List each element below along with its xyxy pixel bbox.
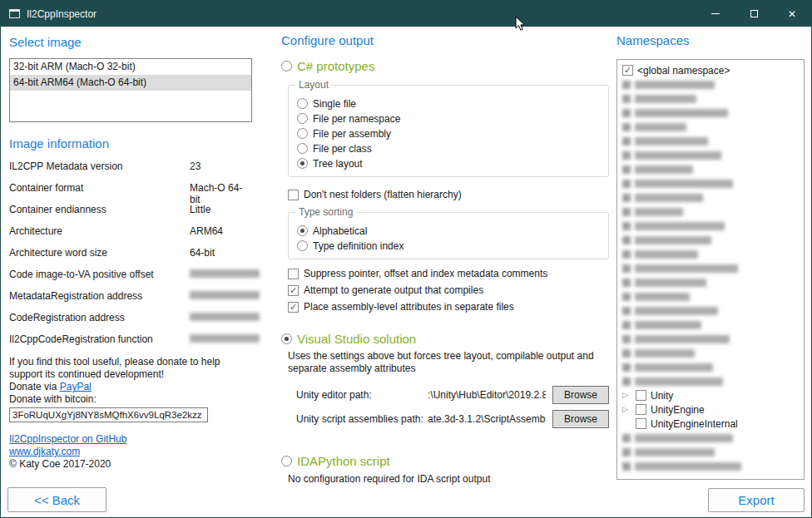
visual-studio-label: Visual Studio solution [297, 332, 416, 346]
checkbox-icon [288, 190, 299, 200]
redacted-checkbox [622, 236, 631, 244]
redacted-namespace-label [635, 448, 715, 456]
radio-icon [297, 225, 308, 236]
namespace-item[interactable] [622, 374, 799, 388]
namespace-item[interactable] [622, 190, 799, 205]
namespace-item[interactable] [622, 459, 799, 473]
checkbox-label: Attempt to generate output that compiles [304, 284, 483, 296]
info-value: Little [190, 204, 252, 215]
close-button[interactable]: ✕ [773, 1, 811, 27]
namespace-item[interactable] [622, 303, 799, 318]
minimize-button[interactable] [696, 1, 735, 27]
namespace-item[interactable] [622, 162, 799, 176]
namespace-label: <global namespace> [637, 65, 730, 76]
namespace-item[interactable] [622, 332, 799, 346]
redacted-namespace-label [635, 279, 706, 287]
radio-icon [297, 240, 308, 251]
namespace-item[interactable]: ✓<global namespace> [622, 63, 799, 77]
namespace-item[interactable]: ▷UnityEngine [622, 402, 799, 417]
namespace-item[interactable] [622, 431, 799, 445]
redacted-namespace-label [635, 363, 713, 372]
info-label: Architecture word size [9, 247, 190, 259]
namespace-item[interactable] [622, 318, 799, 332]
namespace-item[interactable] [622, 445, 799, 459]
back-button[interactable]: << Back [7, 487, 106, 512]
info-label: Code image-to-VA positive offset [9, 269, 190, 280]
output-checkbox[interactable]: ✓Attempt to generate output that compile… [288, 284, 611, 296]
redacted-checkbox [622, 293, 631, 301]
redacted-checkbox [622, 95, 631, 103]
namespace-item[interactable] [622, 148, 799, 162]
csharp-prototypes-option[interactable]: C# prototypes [281, 59, 611, 73]
bitcoin-address-input[interactable] [9, 407, 208, 422]
namespace-item[interactable] [622, 233, 799, 247]
image-list-item[interactable]: 64-bit ARM64 (Mach-O 64-bit) [10, 75, 251, 91]
namespace-item[interactable] [622, 219, 799, 233]
layout-option-label: File per assembly [313, 128, 391, 140]
info-label: IL2CPP Metadata version [9, 160, 190, 172]
redacted-checkbox [622, 81, 631, 89]
github-link[interactable]: Il2CppInspector on GitHub [9, 433, 252, 446]
idapython-option[interactable]: IDAPython script [281, 453, 611, 468]
info-row: ArchitectureARM64 [9, 225, 252, 247]
namespace-item[interactable] [622, 106, 799, 120]
namespace-label: Unity [651, 390, 673, 402]
namespace-item[interactable] [622, 275, 799, 289]
redacted-value [190, 313, 260, 321]
redacted-checkbox [622, 208, 631, 216]
flatten-hierarchy-checkbox[interactable]: Don't nest folders (flatten hierarchy) [288, 188, 611, 201]
visual-studio-option[interactable]: Visual Studio solution [281, 331, 611, 346]
radio-icon [281, 456, 292, 466]
redacted-namespace-label [635, 109, 728, 117]
type-sorting-option[interactable]: Alphabetical [297, 224, 600, 238]
namespace-item[interactable] [622, 176, 799, 190]
namespace-item[interactable] [622, 120, 799, 134]
image-list-item[interactable]: 32-bit ARM (Mach-O 32-bit) [10, 59, 251, 75]
minimize-icon [711, 13, 720, 14]
layout-option[interactable]: File per class [297, 141, 600, 155]
info-row: CodeRegistration address [9, 312, 252, 333]
namespace-item[interactable] [622, 77, 799, 91]
namespace-item[interactable] [622, 134, 799, 148]
donate-text: If you find this tool useful, please don… [9, 356, 252, 381]
output-checkbox[interactable]: ✓Place assembly-level attributes in sepa… [288, 301, 611, 313]
namespace-item[interactable] [622, 346, 799, 360]
unity-editor-path-label: Unity editor path: [296, 389, 428, 401]
browse-editor-button[interactable]: Browse [552, 386, 609, 404]
namespace-item[interactable] [622, 261, 799, 275]
expander-icon[interactable]: ▷ [622, 405, 631, 414]
website-link[interactable]: www.djkaty.com [9, 446, 252, 458]
paypal-link[interactable]: PayPal [60, 381, 92, 392]
info-row: Il2CppCodeRegistration function [9, 333, 252, 355]
namespace-item[interactable] [622, 289, 799, 303]
layout-option[interactable]: File per namespace [297, 111, 600, 126]
namespace-item[interactable]: ▷Unity [622, 388, 799, 402]
redacted-namespace-label [635, 236, 711, 244]
info-row: MetadataRegistration address [9, 290, 252, 312]
type-sorting-options: AlphabeticalType definition index [297, 224, 600, 253]
redacted-checkbox [622, 194, 631, 202]
namespace-item[interactable] [622, 205, 799, 219]
info-label: Container endianness [9, 204, 190, 215]
info-label: Il2CppCodeRegistration function [9, 333, 190, 345]
links-block: Il2CppInspector on GitHub www.djkaty.com… [9, 433, 252, 471]
info-value: Mach-O 64-bit [190, 182, 252, 205]
radio-icon [297, 98, 308, 109]
browse-assemblies-button[interactable]: Browse [552, 410, 609, 428]
radio-icon [281, 333, 292, 344]
layout-option[interactable]: Tree layout [297, 156, 600, 170]
namespace-item[interactable] [622, 247, 799, 261]
layout-option[interactable]: Single file [297, 96, 600, 111]
layout-option[interactable]: File per assembly [297, 126, 600, 141]
namespace-item[interactable] [622, 91, 799, 106]
export-button[interactable]: Export [708, 488, 805, 512]
expander-icon[interactable]: ▷ [622, 391, 631, 400]
maximize-button[interactable] [735, 1, 773, 27]
output-checkbox[interactable]: Suppress pointer, offset and index metad… [288, 268, 611, 279]
type-sorting-option[interactable]: Type definition index [297, 239, 600, 253]
redacted-namespace-label [635, 208, 683, 216]
app-window: Il2CppInspector ✕ Select image 32-bit AR… [0, 0, 812, 518]
info-value: ARM64 [190, 225, 252, 237]
namespace-item[interactable] [622, 360, 799, 374]
namespace-item[interactable]: UnityEngineInternal [622, 417, 799, 431]
